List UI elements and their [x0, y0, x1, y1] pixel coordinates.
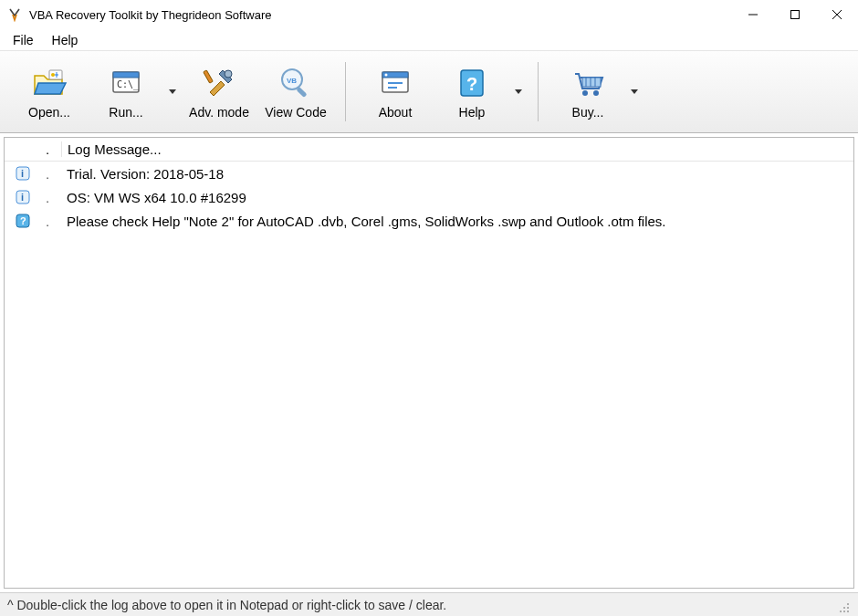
open-button[interactable]: Open...	[11, 56, 88, 129]
run-button[interactable]: C:\_ Run...	[88, 56, 164, 129]
svg-text:?: ?	[20, 215, 26, 226]
log-message: Please check Help "Note 2" for AutoCAD .…	[61, 214, 853, 229]
svg-point-9	[225, 70, 232, 78]
svg-line-3	[832, 10, 842, 19]
adv-mode-button[interactable]: Adv. mode	[181, 56, 257, 129]
close-button[interactable]	[816, 0, 858, 29]
svg-rect-7	[113, 72, 139, 78]
svg-point-33	[847, 603, 849, 605]
log-dot: .	[34, 214, 61, 229]
info-icon: i	[12, 190, 34, 204]
svg-text:VB: VB	[287, 77, 297, 85]
magnifier-code-icon: VB	[277, 65, 314, 101]
menu-file[interactable]: File	[4, 31, 43, 49]
folder-open-icon	[31, 65, 68, 101]
log-message: Trial. Version: 2018-05-18	[61, 166, 853, 182]
about-icon	[377, 65, 413, 101]
log-row[interactable]: i . OS: VM WS x64 10.0 #16299	[5, 185, 853, 209]
svg-point-5	[51, 73, 55, 77]
log-header: . Log Message...	[5, 138, 853, 162]
svg-point-36	[840, 611, 842, 612]
window-title: VBA Recovery Toolkit by Thegrideon Softw…	[29, 8, 732, 22]
help-icon: ?	[454, 65, 490, 101]
view-code-label: View Code	[265, 105, 326, 120]
menu-help[interactable]: Help	[43, 31, 88, 49]
svg-point-26	[593, 90, 599, 96]
toolbar: Open... C:\_ Run...	[0, 51, 858, 133]
app-icon	[7, 7, 22, 22]
svg-point-18	[385, 73, 388, 76]
log-message: OS: VM WS x64 10.0 #16299	[61, 190, 853, 205]
help-label: Help	[459, 105, 486, 120]
buy-button[interactable]: Buy...	[549, 56, 626, 129]
svg-point-25	[582, 90, 588, 96]
menubar: File Help	[0, 29, 858, 51]
toolbar-separator	[345, 62, 346, 121]
help-button[interactable]: ? Help	[434, 56, 510, 129]
svg-rect-10	[204, 69, 213, 82]
cart-icon	[570, 65, 606, 101]
svg-text:i: i	[21, 192, 24, 203]
svg-point-38	[847, 611, 849, 612]
run-label: Run...	[109, 105, 142, 120]
buy-dropdown[interactable]	[626, 56, 643, 129]
log-header-dot: .	[34, 141, 61, 157]
titlebar: VBA Recovery Toolkit by Thegrideon Softw…	[0, 0, 858, 29]
log-panel[interactable]: . Log Message... i . Trial. Version: 201…	[4, 137, 854, 589]
svg-rect-13	[296, 87, 307, 98]
svg-point-34	[843, 607, 845, 609]
about-button[interactable]: About	[357, 56, 434, 129]
view-code-button[interactable]: VB View Code	[257, 56, 334, 129]
log-dot: .	[34, 166, 61, 182]
adv-mode-label: Adv. mode	[189, 105, 249, 120]
log-dot: .	[34, 190, 61, 205]
open-label: Open...	[28, 105, 70, 120]
about-label: About	[379, 105, 413, 120]
log-row[interactable]: ? . Please check Help "Note 2" for AutoC…	[5, 209, 853, 233]
log-header-label: Log Message...	[61, 141, 853, 157]
info-icon: i	[12, 166, 34, 181]
svg-text:?: ?	[466, 74, 477, 94]
help-dropdown[interactable]	[510, 56, 527, 129]
svg-line-2	[832, 10, 842, 19]
buy-label: Buy...	[572, 105, 604, 120]
status-text: ^ Double-click the log above to open it …	[7, 598, 838, 612]
window-controls	[732, 0, 858, 29]
log-row[interactable]: i . Trial. Version: 2018-05-18	[5, 162, 853, 185]
svg-rect-1	[791, 11, 800, 19]
svg-rect-21	[582, 78, 601, 87]
run-dropdown[interactable]	[164, 56, 181, 129]
svg-text:i: i	[21, 168, 24, 179]
svg-text:C:\_: C:\_	[117, 79, 140, 90]
help-icon: ?	[12, 214, 34, 228]
svg-point-35	[847, 607, 849, 609]
minimize-button[interactable]	[732, 0, 774, 29]
statusbar: ^ Double-click the log above to open it …	[0, 592, 858, 616]
tools-icon	[201, 65, 237, 101]
console-run-icon: C:\_	[108, 65, 144, 101]
maximize-button[interactable]	[774, 0, 816, 29]
toolbar-separator	[538, 62, 539, 121]
resize-grip[interactable]	[838, 601, 851, 614]
svg-point-37	[843, 611, 845, 612]
